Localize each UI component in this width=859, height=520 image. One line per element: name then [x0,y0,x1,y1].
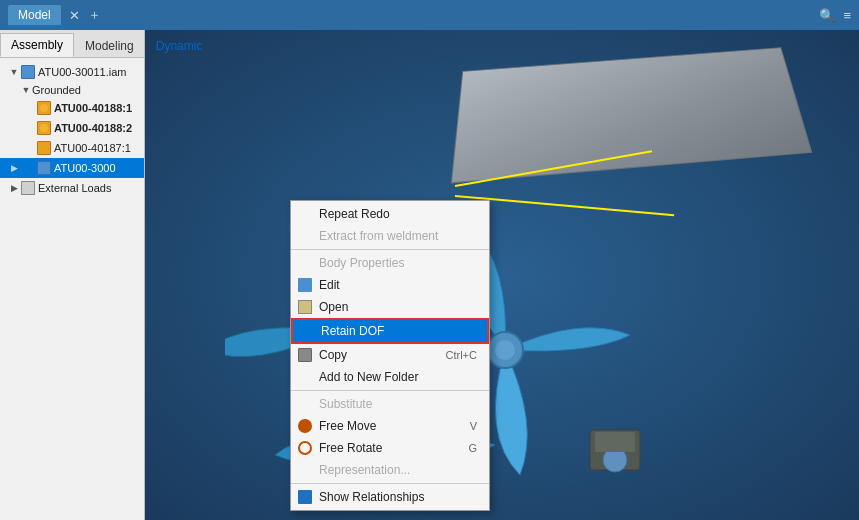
copy-shortcut: Ctrl+C [446,349,477,361]
grounded-label: Grounded [32,84,81,96]
root-file-icon [20,64,36,80]
ctx-free-move[interactable]: Free Move V [291,415,489,437]
tree-container: ▼ ATU00-30011.iam ▼ Grounded ▶ [0,58,144,520]
tree-item-atu40187-1[interactable]: ▶ ATU00-40187:1 [0,138,144,158]
right-panel-3d[interactable]: Repeat Redo Extract from weldment Body P… [145,30,859,520]
ctx-separator-1 [291,249,489,250]
atu40187-1-icon [36,140,52,156]
ctx-separator-2 [291,390,489,391]
retain-dof-label: Retain DOF [321,324,384,338]
copy-icon [297,347,313,363]
tree-item-atu3000[interactable]: ▶ ATU00-3000 [0,158,144,178]
add-tab-icon[interactable]: ＋ [88,6,101,24]
repeat-redo-label: Repeat Redo [319,207,390,221]
small-component [590,430,640,472]
svg-point-3 [495,340,515,360]
menu-icon[interactable]: ≡ [843,8,851,23]
ctx-substitute: Substitute [291,393,489,415]
free-move-label: Free Move [319,419,376,433]
open-icon [297,299,313,315]
atu3000-icon [36,160,52,176]
ctx-body-properties: Body Properties [291,252,489,274]
ctx-open[interactable]: Open [291,296,489,318]
atu40188-1-label: ATU00-40188:1 [54,102,132,114]
edit-label: Edit [319,278,340,292]
atu40188-2-icon [36,120,52,136]
ctx-extract-weldment: Extract from weldment [291,225,489,247]
free-rotate-label: Free Rotate [319,441,382,455]
atu40188-1-icon [36,100,52,116]
ctx-copy[interactable]: Copy Ctrl+C [291,344,489,366]
tab-bar: Assembly Modeling Dynamic [0,30,144,58]
add-to-new-folder-label: Add to New Folder [319,370,418,384]
search-icon[interactable]: 🔍 [819,8,835,23]
ctx-representation: Representation... [291,459,489,481]
atu40187-1-label: ATU00-40187:1 [54,142,131,154]
ext-loads-icon [20,180,36,196]
edit-icon [297,277,313,293]
main-area: Assembly Modeling Dynamic ▼ ATU00-30011.… [0,30,859,520]
ctx-repeat-redo[interactable]: Repeat Redo [291,203,489,225]
representation-label: Representation... [319,463,410,477]
free-rotate-shortcut: G [468,442,477,454]
ext-loads-expander-icon[interactable]: ▶ [8,182,20,194]
grounded-expander-icon[interactable]: ▼ [20,84,32,96]
left-panel: Assembly Modeling Dynamic ▼ ATU00-30011.… [0,30,145,520]
app-container: Model ✕ ＋ 🔍 ≡ Assembly Modeling Dynamic … [0,0,859,520]
show-relationships-label: Show Relationships [319,490,424,504]
title-tab: Model [8,5,61,25]
atu3000-label: ATU00-3000 [54,162,116,174]
show-relationships-icon [297,489,313,505]
context-menu: Repeat Redo Extract from weldment Body P… [290,200,490,511]
ctx-show-relationships[interactable]: Show Relationships [291,486,489,508]
atu3000-expander-icon: ▶ [8,162,20,174]
free-rotate-icon [297,440,313,456]
tree-item-external-loads[interactable]: ▶ External Loads [0,178,144,198]
tree-item-atu40188-1[interactable]: ▶ ATU00-40188:1 [0,98,144,118]
copy-label: Copy [319,348,347,362]
close-tab-icon[interactable]: ✕ [69,8,80,23]
ext-loads-label: External Loads [38,182,111,194]
root-file-label: ATU00-30011.iam [38,66,126,78]
tree-item-grounded[interactable]: ▼ Grounded [0,82,144,98]
substitute-label: Substitute [319,397,372,411]
tab-modeling[interactable]: Modeling [74,34,145,57]
extract-weldment-label: Extract from weldment [319,229,438,243]
atu40188-1-expander-icon: ▶ [8,102,20,114]
ctx-separator-3 [291,483,489,484]
tab-assembly[interactable]: Assembly [0,33,74,57]
ctx-free-rotate[interactable]: Free Rotate G [291,437,489,459]
body-properties-label: Body Properties [319,256,404,270]
tree-root[interactable]: ▼ ATU00-30011.iam [0,62,144,82]
tab-dynamic[interactable]: Dynamic [145,34,214,57]
ctx-add-to-new-folder[interactable]: Add to New Folder [291,366,489,388]
atu40187-1-expander-icon: ▶ [8,142,20,154]
ctx-edit[interactable]: Edit [291,274,489,296]
free-move-shortcut: V [470,420,477,432]
title-bar: Model ✕ ＋ 🔍 ≡ [0,0,859,30]
open-label: Open [319,300,348,314]
root-expander-icon[interactable]: ▼ [8,66,20,78]
free-move-icon [297,418,313,434]
svg-rect-8 [595,432,635,452]
tree-item-atu40188-2[interactable]: ▶ ATU00-40188:2 [0,118,144,138]
ctx-retain-dof[interactable]: Retain DOF [291,318,489,344]
atu40188-2-expander-icon: ▶ [8,122,20,134]
atu40188-2-label: ATU00-40188:2 [54,122,132,134]
